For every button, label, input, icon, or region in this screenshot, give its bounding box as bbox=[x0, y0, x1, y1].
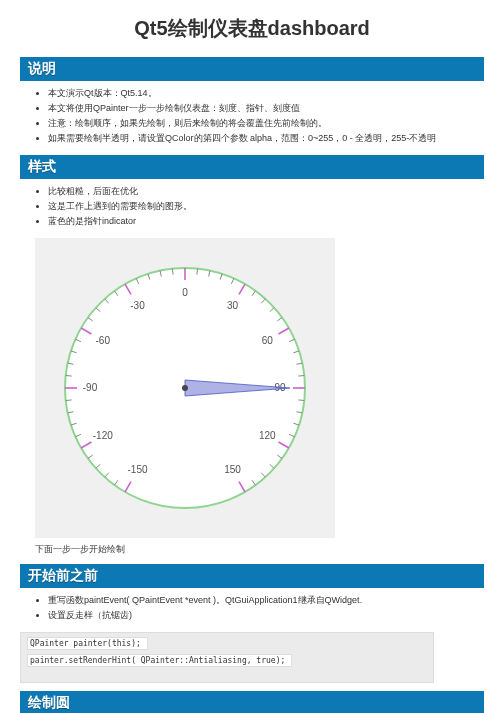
svg-text:-150: -150 bbox=[127, 464, 147, 475]
svg-line-27 bbox=[197, 269, 198, 275]
caption-text: 下面一步一步开始绘制 bbox=[35, 543, 484, 556]
page-title: Qt5绘制仪表盘dashboard bbox=[20, 15, 484, 42]
section-header-style: 样式 bbox=[20, 155, 484, 179]
svg-point-64 bbox=[182, 385, 188, 391]
svg-line-10 bbox=[66, 400, 72, 401]
section-header-circle: 绘制圆 bbox=[20, 691, 484, 713]
svg-text:0: 0 bbox=[182, 287, 188, 298]
gauge-svg: -150-120-90-60-300306090120150 bbox=[45, 248, 325, 528]
svg-text:60: 60 bbox=[262, 335, 274, 346]
list-item: 这是工作上遇到的需要绘制的图形。 bbox=[48, 200, 484, 213]
svg-text:-60: -60 bbox=[96, 335, 111, 346]
list-item: 本文将使用QPainter一步一步绘制仪表盘：刻度、指针、刻度值 bbox=[48, 102, 484, 115]
svg-text:-120: -120 bbox=[93, 430, 113, 441]
list-item: 设置反走样（抗锯齿) bbox=[48, 609, 484, 622]
style-list: 比较粗糙，后面在优化 这是工作上遇到的需要绘制的图形。 蓝色的是指针indica… bbox=[20, 185, 484, 228]
list-item: 重写函数paintEvent( QPaintEvent *event )。QtG… bbox=[48, 594, 484, 607]
svg-text:-90: -90 bbox=[83, 382, 98, 393]
svg-line-40 bbox=[298, 375, 304, 376]
intro-list: 本文演示Qt版本：Qt5.14。 本文将使用QPainter一步一步绘制仪表盘：… bbox=[20, 87, 484, 145]
svg-text:120: 120 bbox=[259, 430, 276, 441]
code-line: painter.setRenderHint( QPainter::Antiali… bbox=[27, 654, 292, 667]
list-item: 本文演示Qt版本：Qt5.14。 bbox=[48, 87, 484, 100]
section-header-before: 开始前之前 bbox=[20, 564, 484, 588]
code-block-1: QPainter painter(this); painter.setRende… bbox=[20, 632, 434, 683]
list-item: 如果需要绘制半透明，请设置QColor的第四个参数 alpha，范围：0~255… bbox=[48, 132, 484, 145]
svg-line-25 bbox=[172, 269, 173, 275]
section-header-intro: 说明 bbox=[20, 57, 484, 81]
svg-line-12 bbox=[66, 375, 72, 376]
before-list: 重写函数paintEvent( QPaintEvent *event )。QtG… bbox=[20, 594, 484, 622]
svg-text:150: 150 bbox=[224, 464, 241, 475]
list-item: 注意：绘制顺序，如果先绘制，则后来绘制的将会覆盖住先前绘制的。 bbox=[48, 117, 484, 130]
svg-text:-30: -30 bbox=[130, 300, 145, 311]
code-line: QPainter painter(this); bbox=[27, 637, 148, 650]
gauge-preview: -150-120-90-60-300306090120150 bbox=[35, 238, 335, 538]
svg-line-42 bbox=[298, 400, 304, 401]
list-item: 比较粗糙，后面在优化 bbox=[48, 185, 484, 198]
svg-text:30: 30 bbox=[227, 300, 239, 311]
list-item: 蓝色的是指针indicator bbox=[48, 215, 484, 228]
